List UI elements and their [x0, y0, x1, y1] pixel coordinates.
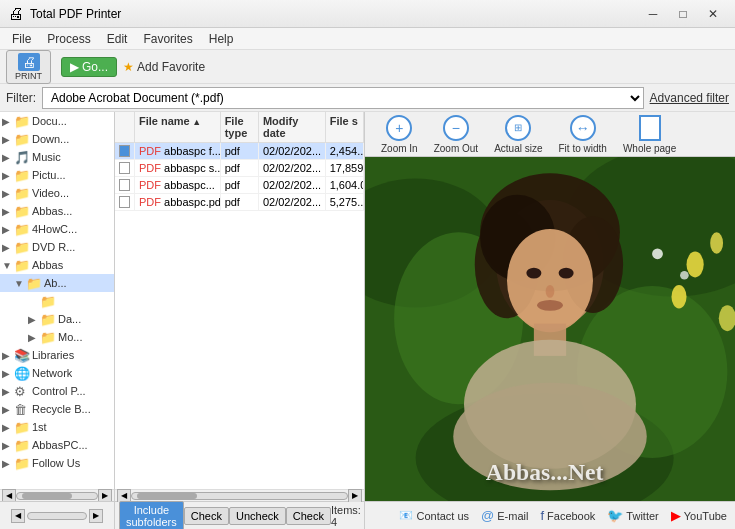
tree-item-abbaspc[interactable]: ▶ 📁 AbbasPC... [0, 436, 114, 454]
contact-us-link[interactable]: 📧 Contact us [399, 509, 469, 522]
tree-item-control-panel[interactable]: ▶ ⚙ Control P... [0, 382, 114, 400]
table-row[interactable]: PDF abbaspc f... pdf 02/02/202... 2,454.… [115, 143, 364, 160]
network-icon: 🌐 [14, 366, 30, 380]
folder-icon: 📁 [40, 330, 56, 344]
zoom-out-icon: − [443, 115, 469, 141]
tree-item-4howc[interactable]: ▶ 📁 4HowC... [0, 220, 114, 238]
actual-size-button[interactable]: ⊞ Actual size [488, 113, 548, 156]
tree-scroll-left[interactable]: ◀ [11, 509, 25, 523]
checkbox[interactable] [119, 196, 130, 208]
table-row[interactable]: PDF abbaspc... pdf 02/02/202... 1,604.0.… [115, 177, 364, 194]
go-button[interactable]: ▶ Go... [61, 57, 117, 77]
tree-item-mo[interactable]: ▶ 📁 Mo... [0, 328, 114, 346]
add-favorite-button[interactable]: ★ Add Favorite [123, 60, 205, 74]
tree-item-libraries[interactable]: ▶ 📚 Libraries [0, 346, 114, 364]
minimize-button[interactable]: ─ [639, 3, 667, 25]
svg-point-17 [507, 229, 593, 332]
menu-help[interactable]: Help [201, 30, 242, 48]
zoom-in-button[interactable]: + Zoom In [375, 113, 424, 156]
close-button[interactable]: ✕ [699, 3, 727, 25]
whole-page-button[interactable]: Whole page [617, 113, 682, 156]
tree-item-label: Ab... [44, 277, 67, 289]
youtube-link[interactable]: ▶ YouTube [671, 508, 727, 523]
tree-item-da[interactable]: ▶ 📁 Da... [0, 310, 114, 328]
youtube-icon: ▶ [671, 508, 681, 523]
row-checkbox-cell[interactable] [115, 143, 135, 159]
email-link[interactable]: @ E-mail [481, 508, 528, 523]
tree-item-documents[interactable]: ▶ 📁 Docu... [0, 112, 114, 130]
print-icon: 🖨 [18, 53, 40, 71]
arrow-icon: ▼ [2, 260, 14, 271]
tree-item-music[interactable]: ▶ 🎵 Music [0, 148, 114, 166]
fit-to-width-button[interactable]: ↔ Fit to width [553, 113, 613, 156]
file-list-header: File name File type Modify date File s [115, 112, 364, 143]
items-count-label: Items: 4 [331, 504, 361, 528]
whole-page-icon [639, 115, 661, 141]
folder-icon: 📁 [26, 276, 42, 290]
tree-item-ab-sub1[interactable]: 📁 [0, 292, 114, 310]
zoom-out-button[interactable]: − Zoom Out [428, 113, 484, 156]
menu-edit[interactable]: Edit [99, 30, 136, 48]
row-checkbox-cell[interactable] [115, 194, 135, 210]
checkbox[interactable] [119, 179, 130, 191]
arrow-icon: ▶ [2, 134, 14, 145]
scroll-right-button[interactable]: ▶ [98, 489, 112, 502]
folder-icon: 📁 [14, 258, 30, 272]
print-button[interactable]: 🖨 PRINT [6, 50, 51, 84]
maximize-button[interactable]: □ [669, 3, 697, 25]
scroll-left-button[interactable]: ◀ [2, 489, 16, 502]
row-checkbox-cell[interactable] [115, 160, 135, 176]
folder-icon: 📁 [40, 312, 56, 326]
tree-item-abbas2[interactable]: ▼ 📁 Abbas [0, 256, 114, 274]
filter-select[interactable]: Adobe Acrobat Document (*.pdf) [42, 87, 644, 109]
tree-item-downloads[interactable]: ▶ 📁 Down... [0, 130, 114, 148]
header-filename[interactable]: File name [135, 112, 221, 142]
header-filetype[interactable]: File type [221, 112, 259, 142]
tree-item-recycle-bin[interactable]: ▶ 🗑 Recycle B... [0, 400, 114, 418]
tree-item-abbas1[interactable]: ▶ 📁 Abbas... [0, 202, 114, 220]
menu-file[interactable]: File [4, 30, 39, 48]
header-filesize[interactable]: File s [326, 112, 364, 142]
row-size: 1,604.0... [326, 177, 364, 193]
folder-icon: 📁 [14, 132, 30, 146]
svg-point-21 [537, 300, 563, 311]
tree-item-label: Mo... [58, 331, 82, 343]
tree-item-videos[interactable]: ▶ 📁 Video... [0, 184, 114, 202]
titlebar-controls: ─ □ ✕ [639, 3, 727, 25]
tree-item-network[interactable]: ▶ 🌐 Network [0, 364, 114, 382]
check-button[interactable]: Check [184, 507, 229, 525]
checkbox[interactable] [119, 162, 130, 174]
arrow-icon: ▶ [2, 404, 14, 415]
tree-item-follow-us[interactable]: ▶ 📁 Follow Us [0, 454, 114, 472]
tree-item-ab-selected[interactable]: ▼ 📁 Ab... [0, 274, 114, 292]
tree-item-dvd[interactable]: ▶ 📁 DVD R... [0, 238, 114, 256]
tree-item-label: AbbasPC... [32, 439, 88, 451]
tree-item-pictures[interactable]: ▶ 📁 Pictu... [0, 166, 114, 184]
advanced-filter-button[interactable]: Advanced filter [650, 91, 729, 105]
file-list-scrollbar[interactable]: ◀ ▶ [115, 489, 364, 501]
uncheck-button[interactable]: Uncheck [229, 507, 286, 525]
twitter-link[interactable]: 🐦 Twitter [607, 508, 658, 523]
print-label: PRINT [15, 71, 42, 81]
table-row[interactable]: PDF abbaspc.pdf pdf 02/02/202... 5,275..… [115, 194, 364, 211]
row-checkbox-cell[interactable] [115, 177, 135, 193]
tree-horizontal-scrollbar[interactable]: ◀ ▶ [0, 489, 114, 501]
header-modifydate[interactable]: Modify date [259, 112, 326, 142]
menu-process[interactable]: Process [39, 30, 98, 48]
zoom-toolbar: + Zoom In − Zoom Out ⊞ Actual size ↔ Fit… [365, 112, 735, 157]
tree-item-1st[interactable]: ▶ 📁 1st [0, 418, 114, 436]
tree-scroll-right[interactable]: ▶ [89, 509, 103, 523]
scroll-right-button[interactable]: ▶ [348, 489, 362, 503]
include-subfolders-button[interactable]: Include subfolders [119, 501, 184, 530]
facebook-link[interactable]: f Facebook [540, 508, 595, 523]
actual-size-icon: ⊞ [505, 115, 531, 141]
arrow-icon: ▶ [2, 170, 14, 181]
row-size: 2,454.... [326, 143, 364, 159]
table-row[interactable]: PDF abbaspc s... pdf 02/02/202... 17,859 [115, 160, 364, 177]
check2-button[interactable]: Check [286, 507, 331, 525]
row-date: 02/02/202... [259, 177, 326, 193]
menu-favorites[interactable]: Favorites [135, 30, 200, 48]
row-date: 02/02/202... [259, 194, 326, 210]
row-filetype: pdf [221, 194, 259, 210]
checkbox[interactable] [119, 145, 130, 157]
